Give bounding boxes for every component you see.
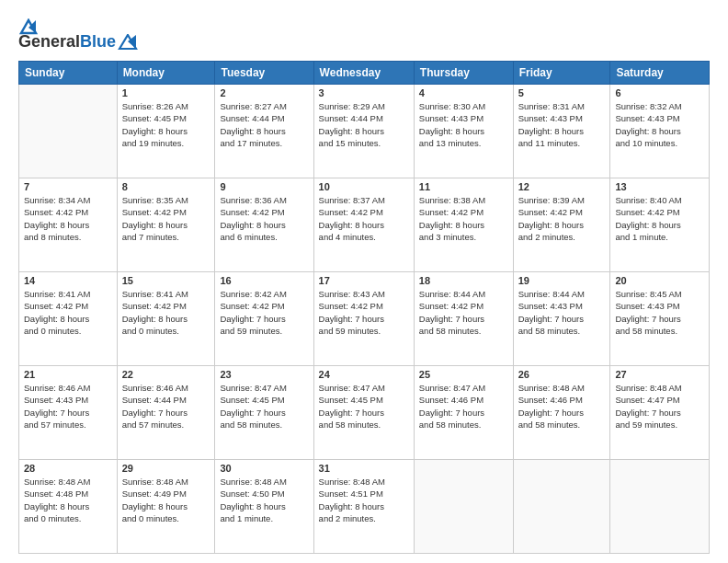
day-number: 28 bbox=[24, 463, 112, 474]
day-cell: 10Sunrise: 8:37 AMSunset: 4:42 PMDayligh… bbox=[313, 178, 414, 272]
day-number: 9 bbox=[220, 181, 308, 192]
day-cell: 3Sunrise: 8:29 AMSunset: 4:44 PMDaylight… bbox=[313, 85, 414, 178]
day-info: Sunrise: 8:44 AMSunset: 4:43 PMDaylight:… bbox=[518, 288, 606, 337]
day-info: Sunrise: 8:47 AMSunset: 4:46 PMDaylight:… bbox=[419, 382, 508, 431]
day-info: Sunrise: 8:43 AMSunset: 4:42 PMDaylight:… bbox=[319, 288, 409, 337]
day-info: Sunrise: 8:29 AMSunset: 4:44 PMDaylight:… bbox=[319, 100, 409, 149]
day-info: Sunrise: 8:46 AMSunset: 4:44 PMDaylight:… bbox=[122, 382, 210, 431]
weekday-thursday: Thursday bbox=[414, 62, 513, 85]
day-number: 8 bbox=[122, 181, 210, 192]
logo-general-label: General bbox=[18, 32, 80, 52]
day-number: 29 bbox=[122, 463, 210, 474]
day-cell: 30Sunrise: 8:48 AMSunset: 4:50 PMDayligh… bbox=[215, 460, 313, 554]
day-info: Sunrise: 8:45 AMSunset: 4:43 PMDaylight:… bbox=[615, 288, 704, 337]
day-cell: 23Sunrise: 8:47 AMSunset: 4:45 PMDayligh… bbox=[215, 366, 313, 460]
day-cell bbox=[610, 460, 710, 554]
day-info: Sunrise: 8:46 AMSunset: 4:43 PMDaylight:… bbox=[24, 382, 112, 431]
day-cell: 24Sunrise: 8:47 AMSunset: 4:45 PMDayligh… bbox=[313, 366, 414, 460]
header: General Blue bbox=[18, 17, 710, 52]
day-cell: 29Sunrise: 8:48 AMSunset: 4:49 PMDayligh… bbox=[117, 460, 215, 554]
day-number: 7 bbox=[24, 181, 112, 192]
day-number: 31 bbox=[319, 463, 409, 474]
day-cell: 1Sunrise: 8:26 AMSunset: 4:45 PMDaylight… bbox=[117, 85, 215, 178]
day-cell: 14Sunrise: 8:41 AMSunset: 4:42 PMDayligh… bbox=[19, 272, 118, 366]
day-cell bbox=[414, 460, 513, 554]
day-cell bbox=[513, 460, 610, 554]
day-number: 16 bbox=[220, 275, 308, 286]
day-number: 21 bbox=[24, 369, 112, 380]
day-info: Sunrise: 8:39 AMSunset: 4:42 PMDaylight:… bbox=[518, 194, 606, 243]
day-cell: 11Sunrise: 8:38 AMSunset: 4:42 PMDayligh… bbox=[414, 178, 513, 272]
day-info: Sunrise: 8:48 AMSunset: 4:49 PMDaylight:… bbox=[122, 476, 210, 524]
day-info: Sunrise: 8:38 AMSunset: 4:42 PMDaylight:… bbox=[419, 194, 508, 243]
week-row-4: 21Sunrise: 8:46 AMSunset: 4:43 PMDayligh… bbox=[19, 366, 710, 460]
day-number: 30 bbox=[220, 463, 308, 474]
day-number: 24 bbox=[319, 369, 409, 380]
day-info: Sunrise: 8:47 AMSunset: 4:45 PMDaylight:… bbox=[220, 382, 308, 431]
day-info: Sunrise: 8:47 AMSunset: 4:45 PMDaylight:… bbox=[319, 382, 409, 431]
day-number: 4 bbox=[419, 87, 508, 98]
day-info: Sunrise: 8:35 AMSunset: 4:42 PMDaylight:… bbox=[122, 194, 210, 243]
weekday-tuesday: Tuesday bbox=[215, 62, 313, 85]
day-cell: 26Sunrise: 8:48 AMSunset: 4:46 PMDayligh… bbox=[513, 366, 610, 460]
day-cell: 4Sunrise: 8:30 AMSunset: 4:43 PMDaylight… bbox=[414, 85, 513, 178]
logo-triangle-icon bbox=[118, 34, 138, 51]
weekday-saturday: Saturday bbox=[610, 62, 710, 85]
day-number: 14 bbox=[24, 275, 112, 286]
day-number: 23 bbox=[220, 369, 308, 380]
day-cell: 20Sunrise: 8:45 AMSunset: 4:43 PMDayligh… bbox=[610, 272, 710, 366]
day-info: Sunrise: 8:30 AMSunset: 4:43 PMDaylight:… bbox=[419, 100, 508, 149]
day-cell: 12Sunrise: 8:39 AMSunset: 4:42 PMDayligh… bbox=[513, 178, 610, 272]
day-number: 13 bbox=[615, 181, 704, 192]
day-cell: 8Sunrise: 8:35 AMSunset: 4:42 PMDaylight… bbox=[117, 178, 215, 272]
day-cell: 31Sunrise: 8:48 AMSunset: 4:51 PMDayligh… bbox=[313, 460, 414, 554]
week-row-1: 1Sunrise: 8:26 AMSunset: 4:45 PMDaylight… bbox=[19, 85, 710, 178]
day-cell: 18Sunrise: 8:44 AMSunset: 4:42 PMDayligh… bbox=[414, 272, 513, 366]
day-number: 11 bbox=[419, 181, 508, 192]
day-number: 25 bbox=[419, 369, 508, 380]
week-row-5: 28Sunrise: 8:48 AMSunset: 4:48 PMDayligh… bbox=[19, 460, 710, 554]
day-number: 18 bbox=[419, 275, 508, 286]
day-number: 27 bbox=[615, 369, 704, 380]
day-info: Sunrise: 8:37 AMSunset: 4:42 PMDaylight:… bbox=[319, 194, 409, 243]
day-info: Sunrise: 8:26 AMSunset: 4:45 PMDaylight:… bbox=[122, 100, 210, 149]
logo: General Blue bbox=[18, 17, 138, 52]
day-cell: 15Sunrise: 8:41 AMSunset: 4:42 PMDayligh… bbox=[117, 272, 215, 366]
day-info: Sunrise: 8:31 AMSunset: 4:43 PMDaylight:… bbox=[518, 100, 606, 149]
day-number: 5 bbox=[518, 87, 606, 98]
weekday-sunday: Sunday bbox=[19, 62, 118, 85]
day-cell: 13Sunrise: 8:40 AMSunset: 4:42 PMDayligh… bbox=[610, 178, 710, 272]
day-cell: 7Sunrise: 8:34 AMSunset: 4:42 PMDaylight… bbox=[19, 178, 118, 272]
day-cell: 16Sunrise: 8:42 AMSunset: 4:42 PMDayligh… bbox=[215, 272, 313, 366]
day-cell: 25Sunrise: 8:47 AMSunset: 4:46 PMDayligh… bbox=[414, 366, 513, 460]
weekday-monday: Monday bbox=[117, 62, 215, 85]
day-cell: 22Sunrise: 8:46 AMSunset: 4:44 PMDayligh… bbox=[117, 366, 215, 460]
day-cell bbox=[19, 85, 118, 178]
day-number: 1 bbox=[122, 87, 210, 98]
day-info: Sunrise: 8:48 AMSunset: 4:47 PMDaylight:… bbox=[615, 382, 704, 431]
day-cell: 9Sunrise: 8:36 AMSunset: 4:42 PMDaylight… bbox=[215, 178, 313, 272]
day-number: 20 bbox=[615, 275, 704, 286]
day-info: Sunrise: 8:40 AMSunset: 4:42 PMDaylight:… bbox=[615, 194, 704, 243]
day-info: Sunrise: 8:32 AMSunset: 4:43 PMDaylight:… bbox=[615, 100, 704, 149]
day-cell: 19Sunrise: 8:44 AMSunset: 4:43 PMDayligh… bbox=[513, 272, 610, 366]
day-cell: 5Sunrise: 8:31 AMSunset: 4:43 PMDaylight… bbox=[513, 85, 610, 178]
day-cell: 28Sunrise: 8:48 AMSunset: 4:48 PMDayligh… bbox=[19, 460, 118, 554]
day-info: Sunrise: 8:27 AMSunset: 4:44 PMDaylight:… bbox=[220, 100, 308, 149]
day-cell: 2Sunrise: 8:27 AMSunset: 4:44 PMDaylight… bbox=[215, 85, 313, 178]
day-info: Sunrise: 8:41 AMSunset: 4:42 PMDaylight:… bbox=[24, 288, 112, 337]
day-number: 26 bbox=[518, 369, 606, 380]
day-info: Sunrise: 8:48 AMSunset: 4:48 PMDaylight:… bbox=[24, 476, 112, 524]
day-info: Sunrise: 8:41 AMSunset: 4:42 PMDaylight:… bbox=[122, 288, 210, 337]
day-number: 2 bbox=[220, 87, 308, 98]
day-number: 17 bbox=[319, 275, 409, 286]
day-cell: 21Sunrise: 8:46 AMSunset: 4:43 PMDayligh… bbox=[19, 366, 118, 460]
day-number: 10 bbox=[319, 181, 409, 192]
week-row-2: 7Sunrise: 8:34 AMSunset: 4:42 PMDaylight… bbox=[19, 178, 710, 272]
calendar-table: SundayMondayTuesdayWednesdayThursdayFrid… bbox=[18, 61, 710, 554]
week-row-3: 14Sunrise: 8:41 AMSunset: 4:42 PMDayligh… bbox=[19, 272, 710, 366]
day-cell: 17Sunrise: 8:43 AMSunset: 4:42 PMDayligh… bbox=[313, 272, 414, 366]
day-info: Sunrise: 8:48 AMSunset: 4:50 PMDaylight:… bbox=[220, 476, 308, 524]
day-number: 6 bbox=[615, 87, 704, 98]
day-info: Sunrise: 8:34 AMSunset: 4:42 PMDaylight:… bbox=[24, 194, 112, 243]
